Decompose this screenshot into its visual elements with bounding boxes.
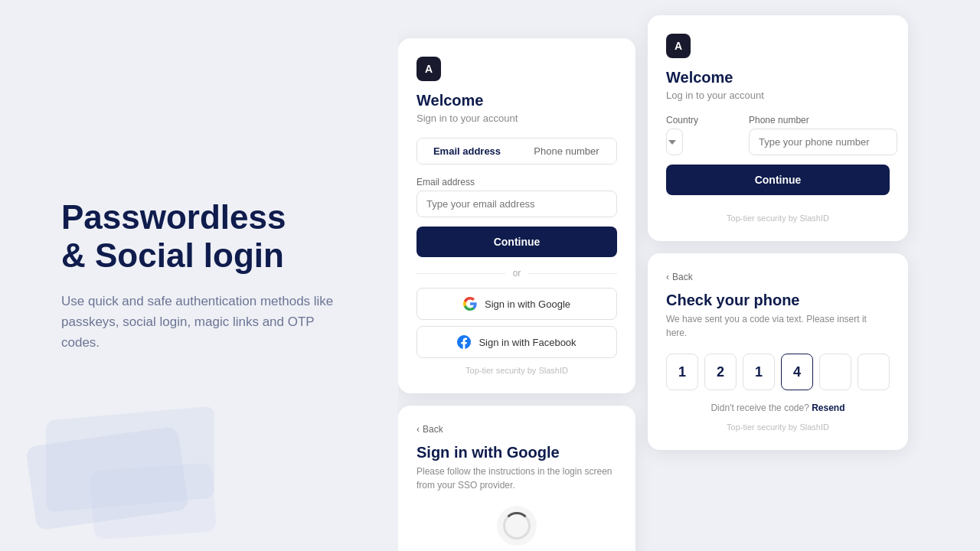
main-title: Passwordless & Social login (61, 198, 352, 276)
google-sso-card: ‹ Back Sign in with Google Please follow… (398, 406, 635, 551)
app-icon-2: A (666, 34, 691, 58)
card-column-right: A Welcome Log in to your account Country… (648, 15, 908, 450)
otp-cell-2[interactable]: 2 (704, 354, 737, 390)
deco-shape-2 (90, 463, 217, 540)
resend-text: Didn't receive the code? (710, 403, 808, 413)
google-icon (463, 297, 477, 311)
card1-footer: Top-tier security by SlashID (416, 366, 617, 375)
phone-label: Phone number (749, 115, 897, 126)
card4-footer: Top-tier security by SlashID (666, 422, 890, 432)
card4-subtitle: We have sent you a code via text. Please… (666, 312, 890, 340)
email-label: Email address (416, 177, 617, 187)
card1-title: Welcome (416, 92, 617, 109)
resend-row: Didn't receive the code? Resend (666, 403, 890, 413)
card3-subtitle: Please follow the instructions in the lo… (416, 465, 617, 492)
card1-subtitle: Sign in to your account (416, 112, 617, 124)
google-signin-button[interactable]: Sign in with Google (416, 288, 617, 320)
email-input[interactable] (416, 191, 617, 217)
tab-phone[interactable]: Phone number (517, 139, 616, 164)
loading-spinner-container (497, 506, 537, 546)
otp-cell-4[interactable]: 4 (781, 354, 813, 390)
left-panel: Passwordless & Social login Use quick an… (0, 0, 398, 551)
divider-line-right (528, 273, 617, 274)
otp-cell-5[interactable] (819, 354, 851, 390)
facebook-signin-label: Sign in with Facebook (479, 337, 576, 348)
back-chevron-icon-4: ‹ (666, 272, 669, 282)
otp-card: ‹ Back Check your phone We have sent you… (648, 253, 908, 450)
card4-title: Check your phone (666, 292, 890, 309)
main-subtitle: Use quick and safe authentication method… (61, 291, 345, 354)
country-field: Country (666, 115, 743, 155)
facebook-signin-button[interactable]: Sign in with Facebook (416, 326, 617, 358)
card2-title: Welcome (666, 69, 890, 86)
card2-footer: Top-tier security by SlashID (666, 214, 890, 223)
back-link-4[interactable]: ‹ Back (666, 272, 890, 282)
divider-text: or (513, 268, 521, 279)
auth-tabs: Email address Phone number (416, 138, 617, 165)
google-signin-label: Sign in with Google (485, 298, 570, 310)
continue-button-2[interactable]: Continue (666, 165, 890, 195)
back-link-3[interactable]: ‹ Back (416, 424, 617, 435)
phone-row: Country Phone number (666, 115, 890, 155)
right-panel: A Welcome Sign in to your account Email … (398, 0, 980, 551)
card2-subtitle: Log in to your account (666, 90, 890, 101)
divider-line-left (416, 273, 505, 274)
card3-title: Sign in with Google (416, 444, 617, 461)
back-chevron-icon: ‹ (416, 424, 420, 435)
otp-cell-3[interactable]: 1 (743, 354, 775, 390)
app-icon-1: A (416, 57, 441, 81)
phone-input[interactable] (749, 129, 897, 155)
country-select[interactable] (666, 129, 683, 155)
card-column-left: A Welcome Sign in to your account Email … (398, 15, 635, 551)
divider: or (416, 268, 617, 279)
phone-signin-card: A Welcome Log in to your account Country… (648, 15, 908, 241)
tab-email[interactable]: Email address (417, 139, 517, 164)
phone-number-field: Phone number (749, 115, 897, 155)
continue-button-1[interactable]: Continue (416, 227, 617, 257)
resend-button[interactable]: Resend (812, 403, 844, 413)
loading-spinner (503, 512, 531, 540)
facebook-icon (457, 335, 471, 349)
email-signin-card: A Welcome Sign in to your account Email … (398, 38, 635, 393)
country-label: Country (666, 115, 743, 126)
otp-cell-6[interactable] (858, 354, 890, 390)
otp-cell-1[interactable]: 1 (666, 354, 698, 390)
otp-input-row: 1 2 1 4 (666, 354, 890, 390)
